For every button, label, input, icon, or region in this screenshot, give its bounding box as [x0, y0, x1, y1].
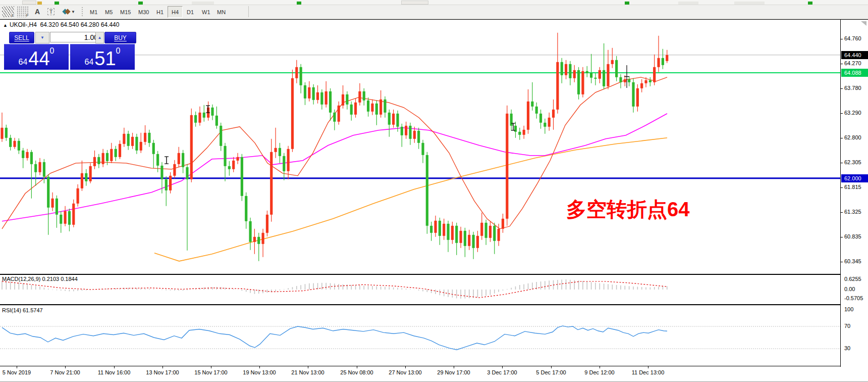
tf-button-M5[interactable]: M5 [101, 6, 117, 18]
time-tick [259, 366, 260, 368]
candle-body [565, 64, 567, 75]
buy-price-display[interactable]: 64510 [70, 44, 135, 70]
candle-body [459, 231, 462, 243]
tf-button-M1[interactable]: M1 [86, 6, 101, 18]
chart-title: ▲UKOil-,H4 64.320 64.540 64.280 64.440 [3, 21, 119, 28]
tf-button-W1[interactable]: W1 [198, 6, 214, 18]
candle-body [333, 113, 336, 122]
candle-body [77, 188, 79, 204]
price-tick [841, 237, 843, 237]
rsi-line [2, 326, 667, 350]
candle-body [261, 233, 264, 244]
candle-body [498, 229, 500, 241]
chart-toolbar: E F A T ▼ M1M5M15M30H1H4D1W1MN [0, 5, 868, 19]
time-label: 27 Nov 13:00 [389, 369, 421, 375]
candle-body [514, 126, 517, 132]
time-tick [551, 366, 552, 368]
shapes-dropdown-icon[interactable]: ▼ [62, 6, 77, 17]
time-label: 15 Nov 17:00 [194, 369, 227, 375]
price-badge: 62.000 [841, 174, 868, 182]
candle-body [253, 237, 256, 242]
time-label: 5 Dec 17:00 [536, 369, 566, 375]
text-box-icon[interactable]: T [45, 6, 57, 17]
candle-body [93, 157, 96, 166]
time-label: 13 Nov 17:00 [146, 369, 179, 375]
candle-body [1, 128, 3, 139]
tf-button-M15[interactable]: M15 [116, 6, 135, 18]
collapse-triangle-icon[interactable]: ▲ [3, 23, 8, 28]
candle-body [434, 221, 437, 233]
time-tick [454, 366, 454, 368]
candle-body [232, 161, 235, 169]
candle-body [468, 235, 470, 246]
toolbar-sliver [0, 0, 868, 5]
candle-body [350, 105, 353, 115]
candle-body [312, 87, 315, 100]
candle-body [190, 115, 193, 179]
candle-body [119, 144, 121, 157]
price-tick [841, 262, 843, 262]
time-label: 11 Dec 13:00 [632, 369, 665, 375]
candle-body [539, 114, 542, 123]
candle-body [644, 80, 647, 83]
grid-fibo-icon[interactable]: F [17, 6, 29, 17]
sell-price-display[interactable]: 64440 [4, 44, 69, 70]
text-label-icon[interactable]: A [32, 6, 42, 17]
candle-body [194, 115, 197, 123]
time-label: 11 Nov 16:00 [98, 369, 131, 375]
candle-body [165, 179, 168, 190]
tf-button-MN[interactable]: MN [213, 6, 230, 18]
sell-button[interactable]: SELL [9, 32, 34, 43]
candle-body [421, 143, 424, 155]
candle-body [198, 113, 201, 123]
price-tick [841, 187, 843, 188]
macd-pane[interactable] [0, 275, 840, 304]
candle-body [443, 224, 445, 236]
crosshair-expert-icon[interactable]: E [2, 6, 14, 17]
mt4-application: E F A T ▼ M1M5M15M30H1H4D1W1MN ▲UKOil-,H… [0, 0, 868, 382]
buy-price-sup: 0 [116, 47, 121, 55]
candle-body [439, 221, 441, 236]
price-tick-label: 64.270 [844, 60, 861, 66]
tf-button-H4[interactable]: H4 [168, 6, 183, 18]
scroll-end-marker-icon[interactable] [861, 21, 866, 26]
candle-body [384, 100, 386, 113]
toolbar-grip[interactable] [82, 7, 85, 16]
candle-body [480, 223, 483, 236]
candle-body [300, 67, 302, 85]
sell-price-big: 44 [28, 47, 49, 70]
candle-body [493, 226, 496, 241]
macd-axis-label: -0.5705 [844, 295, 863, 301]
candle-body [590, 73, 592, 78]
tf-button-M30[interactable]: M30 [134, 6, 153, 18]
candle-body [5, 128, 8, 138]
time-tick [357, 366, 357, 368]
lot-size-input[interactable] [50, 32, 101, 42]
candle-body [624, 79, 626, 82]
candle-body [245, 196, 247, 221]
lot-decrease-button[interactable]: ▼ [35, 32, 49, 43]
candle-body [510, 114, 513, 126]
rsi-pane[interactable] [0, 305, 840, 366]
price-tick-label: 60.835 [844, 233, 861, 240]
candle-body [18, 141, 20, 151]
candle-body [144, 133, 146, 142]
candle-body [413, 131, 416, 139]
rsi-axis-label: 30 [844, 345, 850, 351]
candle-body [603, 70, 605, 86]
candle-body [110, 149, 113, 161]
candle-body [135, 137, 138, 151]
chart-annotation-text[interactable]: 多空转折点64 [566, 196, 690, 223]
candle-body [220, 126, 222, 146]
candle-body [405, 126, 407, 135]
tf-button-H1[interactable]: H1 [152, 6, 168, 18]
lot-increase-button[interactable]: ▲ [95, 32, 104, 43]
buy-button[interactable]: BUY [104, 32, 136, 43]
candle-body [89, 166, 92, 181]
candle-body [186, 167, 188, 179]
sell-price-small: 64 [19, 55, 28, 70]
candle-body [338, 106, 340, 122]
candle-body [160, 166, 163, 179]
candle-body [266, 215, 268, 233]
tf-button-D1[interactable]: D1 [183, 6, 198, 18]
